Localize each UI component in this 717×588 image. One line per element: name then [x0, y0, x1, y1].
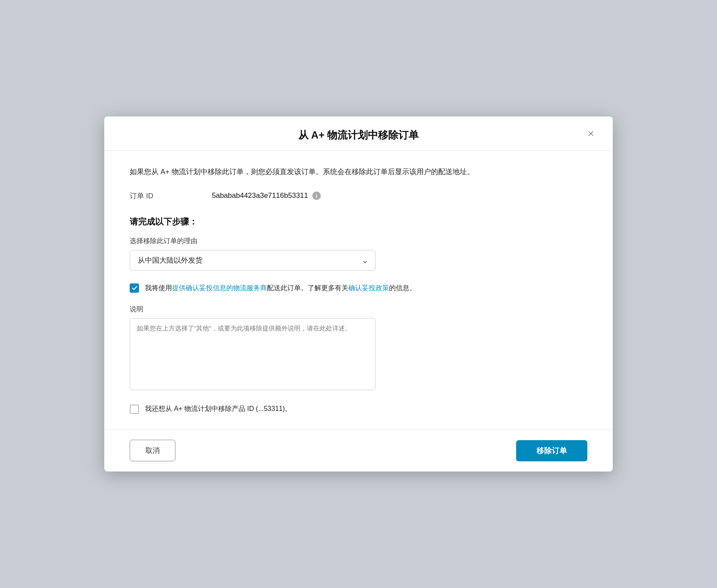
reason-select-wrapper: 从中国大陆以外发货 其他 ⌄	[130, 250, 375, 271]
remove-order-button[interactable]: 移除订单	[516, 440, 587, 461]
order-id-label: 订单 ID	[130, 191, 172, 201]
checkbox1-row: 我将使用提供确认妥投信息的物流服务商配送此订单。了解更多有关确认妥投政策的信息。	[130, 283, 587, 294]
checkbox2-text: 我还想从 A+ 物流计划中移除产品 ID (...53311)。	[145, 405, 292, 413]
modal-body: 如果您从 A+ 物流计划中移除此订单，则您必须直发该订单。系统会在移除此订单后显…	[104, 151, 613, 429]
link-delivery-policy[interactable]: 确认妥投政策	[348, 284, 389, 291]
info-text: 如果您从 A+ 物流计划中移除此订单，则您必须直发该订单。系统会在移除此订单后显…	[130, 166, 587, 178]
cancel-button[interactable]: 取消	[130, 440, 175, 461]
info-icon[interactable]: i	[312, 191, 321, 200]
checkbox2[interactable]	[130, 405, 139, 414]
notes-label: 说明	[130, 305, 587, 314]
checkbox1-text: 我将使用提供确认妥投信息的物流服务商配送此订单。了解更多有关确认妥投政策的信息。	[145, 283, 416, 294]
order-id-value: 5ababab4423a3e7116b53311	[212, 191, 308, 200]
checkbox1[interactable]	[130, 283, 139, 293]
reason-label: 选择移除此订单的理由	[130, 237, 587, 246]
modal-footer: 取消 移除订单	[104, 429, 613, 472]
order-id-row: 订单 ID 5ababab4423a3e7116b53311 i	[130, 191, 587, 201]
link-delivery-provider[interactable]: 提供确认妥投信息的物流服务商	[172, 284, 267, 291]
close-button[interactable]: ×	[584, 126, 598, 141]
checkbox2-row: 我还想从 A+ 物流计划中移除产品 ID (...53311)。	[130, 404, 587, 414]
modal-dialog: 从 A+ 物流计划中移除订单 × 如果您从 A+ 物流计划中移除此订单，则您必须…	[104, 116, 613, 472]
notes-textarea[interactable]	[130, 318, 375, 390]
modal-header: 从 A+ 物流计划中移除订单 ×	[104, 116, 613, 151]
modal-overlay: 从 A+ 物流计划中移除订单 × 如果您从 A+ 物流计划中移除此订单，则您必须…	[0, 0, 717, 588]
modal-title: 从 A+ 物流计划中移除订单	[298, 128, 419, 142]
steps-title: 请完成以下步骤：	[130, 216, 587, 227]
reason-select[interactable]: 从中国大陆以外发货 其他	[130, 250, 375, 271]
